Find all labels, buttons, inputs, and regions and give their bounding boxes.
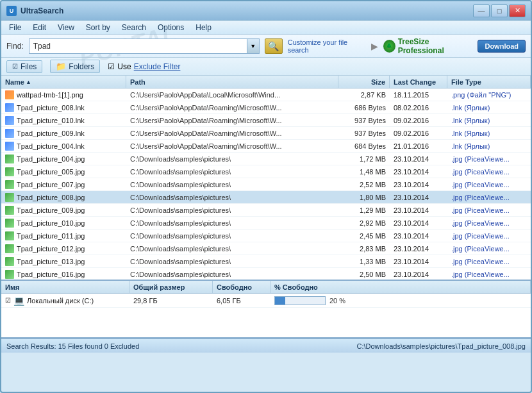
td-name: Tpad_picture_005.jpg [1,165,126,178]
treesize-label: TreeSize Professional [398,37,473,55]
menu-file[interactable]: File [4,22,26,33]
th-last-change[interactable]: Last Change [390,76,447,88]
td-date: 09.02.2016 [390,127,447,139]
drive-panel: Имя Общий размер Свободно % Свободно ☑ 💻… [1,281,531,339]
folders-filter-button[interactable]: 📁 Folders [50,60,100,73]
file-name: Tpad_picture_010.lnk [17,117,85,124]
download-button[interactable]: Download [478,40,526,53]
dtd-free: 6,05 ГБ [213,297,270,305]
td-path: C:\Users\Paolo\AppData\Roaming\Microsoft… [126,127,338,139]
drive-checkbox[interactable]: ☑ [5,297,11,304]
drive-row[interactable]: ☑ 💻 Локальный диск (C:) 29,8 ГБ 6,05 ГБ … [1,294,531,308]
file-type-icon [5,155,14,163]
find-label: Find: [6,42,24,51]
dth-total[interactable]: Общий размер [129,281,213,293]
td-path: C:\Downloads\samples\pictures\ [126,165,338,178]
td-date: 23.10.2014 [390,204,447,216]
table-row[interactable]: Tpad_picture_010.jpg C:\Downloads\sample… [1,217,531,230]
th-path[interactable]: Path [126,76,338,88]
status-right: C:\Downloads\samples\pictures\Tpad_pictu… [356,342,526,350]
td-date: 23.10.2014 [390,178,447,190]
td-path: C:\Downloads\samples\pictures\ [126,153,338,165]
td-name: Tpad_picture_004.jpg [1,153,126,165]
table-row[interactable]: Tpad_picture_011.jpg C:\Downloads\sample… [1,230,531,242]
td-path: C:\Downloads\samples\pictures\ [126,255,338,267]
table-row[interactable]: Tpad_picture_008.jpg C:\Downloads\sample… [1,191,531,204]
td-size: 2,87 KB [338,88,390,101]
td-name: Tpad_picture_013.jpg [1,255,126,267]
td-path: C:\Downloads\samples\pictures\ [126,230,338,242]
window-controls: — □ ✕ [473,4,526,17]
td-date: 23.10.2014 [390,217,447,229]
td-path: C:\Users\Paolo\AppData\Local\Microsoft\W… [126,88,338,101]
use-checkbox[interactable]: ☑ [108,62,115,71]
files-checkbox[interactable]: ☑ [12,63,18,70]
td-type: .png (Файл "PNG") [447,88,531,101]
file-type-icon [5,167,14,176]
table-row[interactable]: Tpad_picture_012.jpg C:\Downloads\sample… [1,242,531,255]
file-name: Tpad_picture_008.jpg [17,194,85,201]
exclude-filter-area: ☑ Use Exclude Filter [108,62,180,71]
table-row[interactable]: Tpad_picture_016.jpg C:\Downloads\sample… [1,268,531,281]
td-type: .jpg (PiceaViewe... [447,178,531,190]
table-row[interactable]: Tpad_picture_009.jpg C:\Downloads\sample… [1,204,531,217]
menu-view[interactable]: View [53,22,79,33]
progress-bar-wrap [274,296,326,305]
td-date: 09.02.2016 [390,114,447,126]
maximize-button[interactable]: □ [491,4,508,17]
files-label: Files [21,62,37,71]
dth-pct[interactable]: % Свободно [270,281,531,293]
treesize-icon: 🌲 [383,40,395,53]
file-type-icon [5,193,14,202]
th-name[interactable]: Name ▲ [1,76,126,88]
td-date: 23.10.2014 [390,230,447,242]
table-row[interactable]: Tpad_picture_013.jpg C:\Downloads\sample… [1,255,531,268]
file-name: Tpad_picture_005.jpg [17,168,85,176]
table-row[interactable]: Tpad_picture_004.jpg C:\Downloads\sample… [1,153,531,165]
close-button[interactable]: ✕ [509,4,526,17]
search-go-button[interactable]: 🔍 [265,38,283,54]
drive-rows-container: ☑ 💻 Локальный диск (C:) 29,8 ГБ 6,05 ГБ … [1,294,531,308]
menu-options[interactable]: Options [153,22,189,33]
file-name: Tpad_picture_007.jpg [17,181,85,188]
exclude-filter-link[interactable]: Exclude Filter [134,62,181,71]
file-table-area: Name ▲ Path Size Last Change File Type w… [1,76,531,281]
search-bar: Find: ▼ 🔍 Customize your file search ▶ 🌲… [1,35,531,58]
table-row[interactable]: Tpad_picture_008.lnk C:\Users\Paolo\AppD… [1,101,531,114]
menu-edit[interactable]: Edit [28,22,51,33]
dtd-pct: 20 % [270,296,531,305]
file-type-icon [5,142,14,151]
menu-help[interactable]: Help [190,22,217,33]
promo-area: Customize your file search ▶ 🌲 TreeSize … [288,37,526,55]
file-name: Tpad_picture_004.lnk [17,142,85,150]
menu-search[interactable]: Search [117,22,151,33]
file-type-icon [5,103,14,112]
table-row[interactable]: Tpad_picture_010.lnk C:\Users\Paolo\AppD… [1,114,531,127]
td-type: .jpg (PiceaViewe... [447,204,531,216]
title-bar: U UltraSearch — □ ✕ [1,1,531,21]
search-input[interactable] [29,38,247,54]
table-row[interactable]: Tpad_picture_009.lnk C:\Users\Paolo\AppD… [1,127,531,140]
files-filter-button[interactable]: ☑ Files [6,60,42,73]
td-name: Tpad_picture_009.lnk [1,127,126,139]
td-size: 1,80 MB [338,191,390,203]
search-dropdown-button[interactable]: ▼ [247,38,260,54]
th-file-type[interactable]: File Type [447,76,531,88]
minimize-button[interactable]: — [473,4,490,17]
dth-free[interactable]: Свободно [213,281,270,293]
use-label: Use [117,62,131,71]
file-type-icon [5,116,14,125]
dth-name[interactable]: Имя [1,281,129,293]
td-type: .jpg (PiceaViewe... [447,153,531,165]
dtd-name: ☑ 💻 Локальный диск (C:) [1,296,129,306]
menu-sort-by[interactable]: Sort by [81,22,115,33]
table-row[interactable]: Tpad_picture_004.lnk C:\Users\Paolo\AppD… [1,140,531,153]
td-name: Tpad_picture_008.lnk [1,101,126,113]
td-path: C:\Downloads\samples\pictures\ [126,268,338,280]
td-size: 684 Bytes [338,140,390,152]
table-row[interactable]: Tpad_picture_007.jpg C:\Downloads\sample… [1,178,531,191]
th-size[interactable]: Size [338,76,390,88]
table-row[interactable]: Tpad_picture_005.jpg C:\Downloads\sample… [1,165,531,178]
file-name: Tpad_picture_011.jpg [17,232,85,240]
table-row[interactable]: wattpad-tmb-1[1].png C:\Users\Paolo\AppD… [1,88,531,101]
